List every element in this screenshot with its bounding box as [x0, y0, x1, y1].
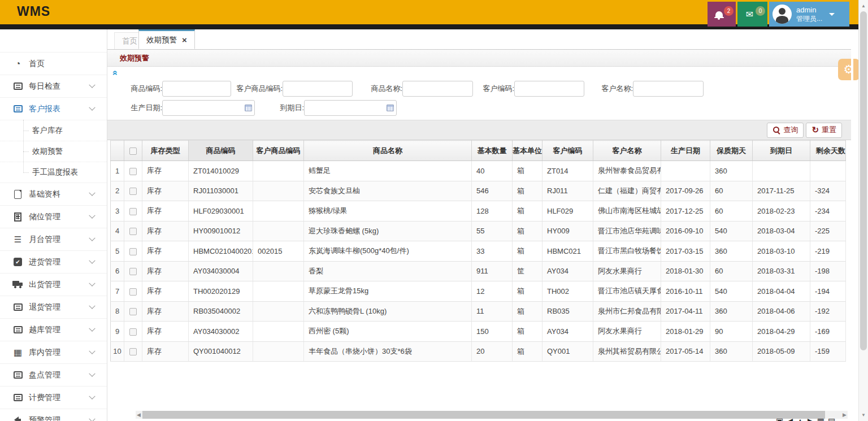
pager-icon[interactable]: ▶: [808, 417, 814, 421]
column-header[interactable]: 库存类型: [142, 141, 189, 161]
panel-settings-button[interactable]: [838, 59, 860, 80]
sidebar-item-13[interactable]: 预警管理: [0, 409, 107, 421]
column-header[interactable]: 客户编码: [542, 141, 593, 161]
row-checkbox[interactable]: [129, 168, 137, 175]
sidebar-item-3[interactable]: 基础资料: [0, 183, 107, 205]
column-header[interactable]: 基本单位: [513, 141, 542, 161]
table-cell: AY034030004: [189, 261, 253, 281]
table-row[interactable]: 3库存HLF029030001猕猴桃/绿果128箱HLF029佛山市南海区桂城胡…: [111, 201, 846, 222]
horizontal-scroll-thumb[interactable]: [142, 411, 825, 419]
row-check-cell: [124, 221, 142, 241]
sidebar-item-11[interactable]: 盘点管理: [0, 363, 107, 386]
select-all-checkbox[interactable]: [129, 147, 137, 155]
table-row[interactable]: 4库存HY009010012迎大珍珠香鲍螺 (5kg)55箱HY009晋江市池店…: [111, 221, 846, 241]
sidebar-item-label: 月台管理: [29, 235, 60, 245]
sidebar-item-10[interactable]: 库内管理: [0, 341, 107, 363]
calendar-icon[interactable]: [387, 105, 394, 111]
row-checkbox[interactable]: [129, 308, 137, 315]
text-input[interactable]: [514, 81, 584, 97]
table-cell: 11: [472, 301, 513, 322]
row-checkbox[interactable]: [129, 188, 137, 195]
table-row[interactable]: 5库存HBMC0210400201002015东岚海调味牛柳(500g*40包/…: [111, 241, 846, 262]
column-header[interactable]: 基本数量: [472, 141, 513, 161]
sidebar-item-1[interactable]: 每日检查: [0, 75, 107, 97]
sidebar-item-0[interactable]: 首页: [0, 52, 107, 75]
text-input[interactable]: [283, 81, 353, 97]
sidebar-subitem-0[interactable]: 客户库存: [0, 120, 107, 141]
filter-row-2: 生产日期:到期日:: [115, 99, 397, 116]
column-header[interactable]: 商品名称: [304, 141, 472, 161]
table-row[interactable]: 8库存RB035040002六和冻鸭鸭锁骨L (10kg)11箱RB035泉州市…: [111, 301, 846, 322]
sidebar-item-12[interactable]: 计费管理: [0, 386, 107, 409]
calendar-icon[interactable]: [245, 105, 252, 111]
tab-1[interactable]: 效期预警×: [138, 29, 195, 49]
scroll-left-icon[interactable]: ◀: [137, 412, 141, 418]
table-row[interactable]: 6库存AY034030004香梨911筐AY034阿友水果商行2018-01-3…: [111, 261, 846, 281]
pager-icon[interactable]: ◀: [787, 417, 793, 421]
vertical-scroll-thumb[interactable]: [860, 11, 867, 350]
sidebar-item-4[interactable]: 储位管理: [0, 205, 107, 228]
table-row[interactable]: 2库存RJ011030001安芯食族文旦柚546箱RJ011仁建（福建）商贸有限…: [111, 181, 846, 201]
row-checkbox[interactable]: [129, 348, 137, 355]
sidebar-item-label: 每日检查: [29, 81, 60, 92]
row-checkbox[interactable]: [129, 328, 137, 336]
row-number: 8: [111, 301, 124, 322]
table-cell: RJ011: [542, 181, 593, 201]
pager-icon[interactable]: ▦: [817, 417, 824, 421]
sidebar-item-8[interactable]: 退货管理: [0, 296, 107, 318]
table-cell: 迎大珍珠香鲍螺 (5kg): [304, 221, 472, 241]
table-cell: [253, 181, 304, 201]
column-header[interactable]: 客户商品编码: [253, 141, 304, 161]
horizontal-scrollbar[interactable]: ◀ ▶: [136, 411, 848, 419]
row-checkbox[interactable]: [129, 248, 137, 255]
pager-icon[interactable]: ▤: [828, 417, 835, 421]
text-input[interactable]: [402, 81, 473, 97]
date-input[interactable]: [304, 100, 397, 116]
sidebar-subitem-label: 手工温度报表: [32, 167, 78, 177]
column-header[interactable]: 保质期天: [710, 141, 753, 161]
sidebar-subitem-2[interactable]: 手工温度报表: [0, 162, 107, 183]
sidebar-item-6[interactable]: 进货管理: [0, 250, 107, 273]
reset-button[interactable]: 重置: [806, 123, 842, 138]
table-row[interactable]: 1库存ZT014010029鳕蟹足40箱ZT014泉州智泰食品贸易有限360: [111, 161, 846, 181]
row-checkbox[interactable]: [129, 268, 137, 275]
column-header[interactable]: 生产日期: [661, 141, 710, 161]
column-header[interactable]: 客户名称: [593, 141, 661, 161]
close-icon[interactable]: ×: [182, 36, 187, 44]
table-cell: -169: [810, 322, 846, 342]
sidebar-subitem-1[interactable]: 效期预警: [0, 141, 107, 162]
pager-icon[interactable]: ▣: [776, 417, 783, 421]
column-header[interactable]: 商品编码: [189, 141, 253, 161]
notifications-button[interactable]: 2: [708, 2, 736, 27]
table-row[interactable]: 9库存AY034030002西州密 (5颗)150箱AY034阿友水果商行201…: [111, 322, 846, 342]
column-header[interactable]: 到期日: [753, 141, 810, 161]
table-cell: 540: [710, 281, 753, 302]
scroll-up-icon[interactable]: ▲: [859, 3, 868, 8]
table-row[interactable]: 10库存QY001040012丰年食品（串烧小饼）30支*6袋20箱QY001泉…: [111, 341, 846, 362]
row-checkbox[interactable]: [129, 208, 137, 215]
collapse-filters-icon[interactable]: [113, 68, 123, 78]
text-input[interactable]: [162, 81, 231, 97]
pager-icon[interactable]: ▲: [796, 417, 804, 421]
row-checkbox[interactable]: [129, 228, 137, 235]
date-input[interactable]: [162, 100, 255, 116]
text-input[interactable]: [633, 81, 704, 97]
table-row[interactable]: 7库存TH002020129草原蒙王龙骨15kg12箱TH002晋江市池店镇天厚…: [111, 281, 846, 302]
sidebar-item-2[interactable]: 客户报表: [0, 97, 107, 120]
row-checkbox[interactable]: [129, 288, 137, 296]
table-cell: QY001: [542, 341, 593, 362]
column-header[interactable]: 剩余天数: [810, 141, 846, 161]
sidebar-item-7[interactable]: 出货管理: [0, 273, 107, 296]
sidebar-item-5[interactable]: 月台管理: [0, 228, 107, 250]
user-menu[interactable]: admin 管理员...: [769, 2, 849, 27]
search-button[interactable]: 查询: [767, 123, 804, 138]
file-icon: [14, 190, 21, 199]
sidebar-item-9[interactable]: 越库管理: [0, 318, 107, 341]
app-logo: WMS: [17, 4, 50, 19]
vertical-scrollbar[interactable]: ▲ ▼: [858, 0, 868, 421]
scroll-down-icon[interactable]: ▼: [859, 413, 868, 418]
messages-button[interactable]: 0: [737, 2, 767, 27]
table-cell: 2017-03-15: [661, 241, 710, 262]
sidebar-item-label: 客户报表: [29, 104, 60, 114]
page-title: 效期预警: [120, 53, 149, 63]
